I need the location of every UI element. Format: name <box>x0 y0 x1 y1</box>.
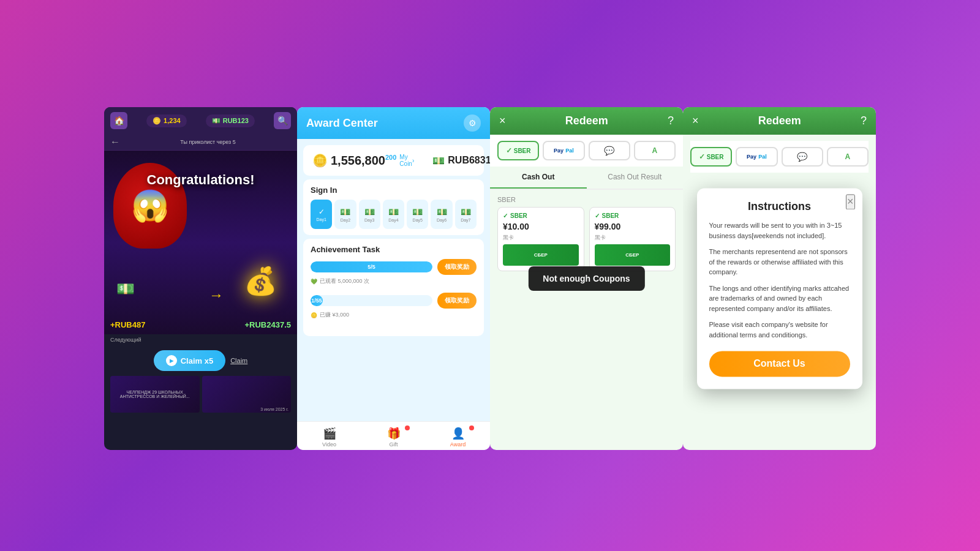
claim-reward-btn2[interactable]: 领取奖励 <box>437 293 477 309</box>
nav-award[interactable]: 👤 Award <box>426 427 490 448</box>
money-icon6: 💵 <box>461 207 471 217</box>
sber-button3[interactable]: ✓ SBER <box>497 141 539 160</box>
thumbnails-grid: ЧЕЛПЕНДЖ 29 ШКОЛЬНЫХ АНТИСТРЕССОВ И ЖЕЛЕ… <box>104 376 297 413</box>
days-row: ✓ Day1 💵 Day2 💵 Day3 💵 Day4 💵 Day5 <box>311 200 477 229</box>
congratulations-text: Congratulations! <box>147 172 255 188</box>
progress-row2: 1/55 领取奖励 <box>311 293 477 309</box>
rewards-row: +RUB487 +RUB2437.5 <box>110 320 291 329</box>
other-button3[interactable]: A <box>634 141 676 160</box>
check-icon: ✓ <box>318 208 325 216</box>
sber-check-icon2: ✓ <box>595 212 600 219</box>
back-icon[interactable]: ← <box>110 137 120 148</box>
coupon-count: RUB68317.5 <box>448 155 490 166</box>
progress-row1: 5/5 领取奖励 <box>311 259 477 275</box>
sber-coupon1: 黑卡 <box>503 234 579 242</box>
claim-reward-btn1[interactable]: 领取奖励 <box>437 259 477 275</box>
cashout-section: SBER ✓ SBER ¥10.00 黑卡 СБЕР ✓ <box>497 196 676 271</box>
my-coin-link[interactable]: My Coin › <box>399 154 414 167</box>
contact-us-button[interactable]: Contact Us <box>709 351 850 377</box>
reward1-text: +RUB487 <box>110 320 145 329</box>
money-icon2: 💵 <box>364 207 375 217</box>
day4-item[interactable]: 💵 Day4 <box>383 200 404 229</box>
day7-item[interactable]: 💵 Day7 <box>455 200 477 229</box>
cashout-sber-label: SBER <box>497 196 676 203</box>
progress-bg1: 5/5 <box>311 261 432 272</box>
small-cash-icon: 💵 <box>116 280 135 298</box>
progress-fill2: 1/55 <box>311 295 323 306</box>
sber-coupon2: 黑卡 <box>595 234 671 242</box>
instructions-para3: The longs and other identifying marks at… <box>709 283 850 314</box>
video-icon: 🎬 <box>323 427 336 440</box>
day2-item[interactable]: 💵 Day2 <box>334 200 356 229</box>
other-button4[interactable]: A <box>827 147 869 167</box>
sber-card1[interactable]: ✓ SBER ¥10.00 黑卡 СБЕР <box>497 207 584 271</box>
award-icon: 👤 <box>451 427 465 440</box>
nav-video[interactable]: 🎬 Video <box>297 427 361 448</box>
screen1-header: 🏠 🪙1,234 💵RUB123 🔍 <box>104 107 297 134</box>
award-notification-dot <box>469 425 474 430</box>
instructions-para4: Please visit each company's website for … <box>709 320 850 340</box>
paypal-button4[interactable]: Pay Pal <box>736 147 777 167</box>
claim-link[interactable]: Claim <box>230 357 247 364</box>
thumb-item[interactable]: ЧЕЛПЕНДЖ 29 ШКОЛЬНЫХ АНТИСТРЕССОВ И ЖЕЛЕ… <box>110 376 200 413</box>
instructions-modal: × Instructions Your rewards will be sent… <box>697 188 862 389</box>
gift-icon: 🎁 <box>387 427 401 440</box>
redeem-header3: × Redeem ? <box>490 107 683 135</box>
check-icon4: ✓ <box>699 152 705 161</box>
help-button3[interactable]: ? <box>668 114 674 127</box>
home-icon[interactable]: 🏠 <box>110 112 127 129</box>
redeem-title4: Redeem <box>758 114 801 127</box>
thumb-item[interactable]: 3 июля 2025 г. <box>202 376 292 413</box>
sber-card1-header: ✓ SBER <box>503 212 579 219</box>
tab-cash-out-result3[interactable]: Cash Out Result <box>587 167 684 189</box>
sber-button4[interactable]: ✓ SBER <box>690 147 732 167</box>
paypal-button3[interactable]: Pay Pal <box>543 141 584 160</box>
award-header: Award Center ⚙ <box>297 107 490 139</box>
achievement-title: Achievement Task <box>311 245 477 254</box>
progress-bg2: 1/55 <box>311 295 432 306</box>
sber-amount1: ¥10.00 <box>503 222 579 231</box>
claim-button[interactable]: Claim x5 <box>154 350 225 371</box>
day6-item[interactable]: 💵 Day6 <box>431 200 452 229</box>
payment-methods4: ✓ SBER Pay Pal 💬 A <box>690 141 869 173</box>
screen3-redeem: × Redeem ? ✓ SBER Pay Pal 💬 A Cash Out C… <box>490 107 683 450</box>
achievement-sub1: 💚 已观看 5,000,000 次 <box>311 277 477 285</box>
screen1-nav: ← Ты приколист через 5 <box>104 134 297 151</box>
redeem-header4: × Redeem ? <box>683 107 876 135</box>
redeem-tabs3: Cash Out Cash Out Result <box>490 167 683 190</box>
close-button3[interactable]: × <box>499 114 506 127</box>
screen4-bg-content: ✓ SBER Pay Pal 💬 A <box>683 135 876 179</box>
day1-item[interactable]: ✓ Day1 <box>311 200 332 229</box>
screen1-buttons: Claim x5 Claim <box>104 345 297 376</box>
nav-gift[interactable]: 🎁 Gift <box>361 427 426 448</box>
sber-img2: СБЕР <box>595 244 671 266</box>
instructions-close-button[interactable]: × <box>846 194 855 209</box>
sber-amount2: ¥99.00 <box>595 222 671 231</box>
stats-row: 🪙 1,556,800200 My Coin › 💵 RUB68317.5 My… <box>303 145 484 176</box>
instructions-para2: The merchants representend are not spons… <box>709 247 850 277</box>
gear-icon[interactable]: ⚙ <box>464 114 481 132</box>
reward2-text: +RUB2437.5 <box>244 320 291 329</box>
help-button4[interactable]: ? <box>861 114 867 127</box>
messenger-button4[interactable]: 💬 <box>782 147 823 167</box>
messenger-button3[interactable]: 💬 <box>589 141 630 160</box>
messenger-icon3: 💬 <box>604 146 614 156</box>
money-icon3: 💵 <box>388 207 399 217</box>
close-button4[interactable]: × <box>692 114 699 127</box>
money-icon5: 💵 <box>437 207 447 217</box>
sber-card2[interactable]: ✓ SBER ¥99.00 黑卡 СБЕР <box>589 207 676 271</box>
day5-item[interactable]: 💵 Day5 <box>407 200 428 229</box>
achievement-item1: 5/5 领取奖励 💚 已观看 5,000,000 次 <box>311 259 477 285</box>
messenger-icon4: 💬 <box>797 152 807 162</box>
sber-card2-header: ✓ SBER <box>595 212 671 219</box>
tab-cash-out3[interactable]: Cash Out <box>490 167 587 189</box>
header-money: 💵RUB123 <box>206 114 255 127</box>
header-coins: 🪙1,234 <box>146 114 187 127</box>
sber-check-icon: ✓ <box>503 212 508 219</box>
progress-fill1: 5/5 <box>311 261 432 272</box>
award-title: Award Center <box>306 117 378 130</box>
achievement-item2: 1/55 领取奖励 🪙 已赚 ¥3,000 <box>311 293 477 319</box>
search-icon[interactable]: 🔍 <box>274 112 291 129</box>
arrow-icon: → <box>209 287 224 304</box>
day3-item[interactable]: 💵 Day3 <box>359 200 380 229</box>
